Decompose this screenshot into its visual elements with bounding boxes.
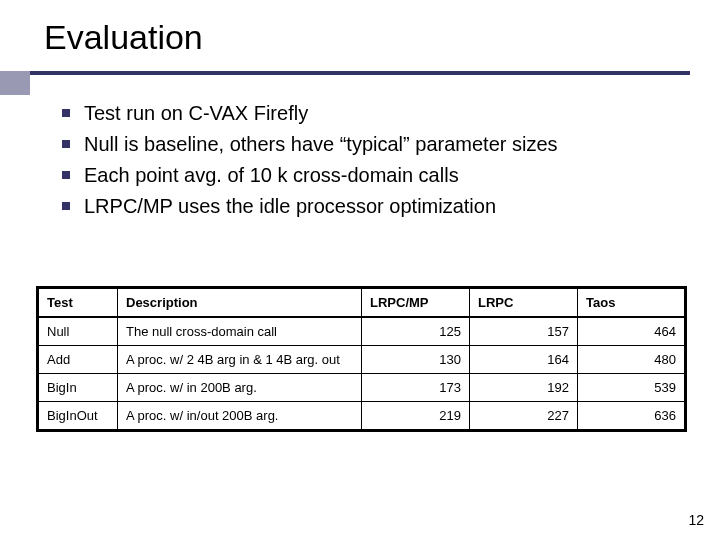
- col-header-test: Test: [38, 288, 118, 318]
- list-item: Null is baseline, others have “typical” …: [62, 131, 682, 158]
- cell-lrpcmp: 130: [362, 346, 470, 374]
- table-row: Add A proc. w/ 2 4B arg in & 1 4B arg. o…: [38, 346, 686, 374]
- bullet-text: Test run on C-VAX Firefly: [84, 100, 308, 127]
- col-header-description: Description: [118, 288, 362, 318]
- col-header-taos: Taos: [578, 288, 686, 318]
- cell-desc: A proc. w/ 2 4B arg in & 1 4B arg. out: [118, 346, 362, 374]
- col-header-lrpc: LRPC: [470, 288, 578, 318]
- bullet-icon: [62, 202, 70, 210]
- cell-taos: 480: [578, 346, 686, 374]
- cell-lrpc: 157: [470, 317, 578, 346]
- cell-lrpcmp: 125: [362, 317, 470, 346]
- bullet-text: LRPC/MP uses the idle processor optimiza…: [84, 193, 496, 220]
- cell-lrpcmp: 219: [362, 402, 470, 431]
- table-header-row: Test Description LRPC/MP LRPC Taos: [38, 288, 686, 318]
- title-rule: [30, 71, 690, 75]
- cell-taos: 539: [578, 374, 686, 402]
- table-row: Null The null cross-domain call 125 157 …: [38, 317, 686, 346]
- bullet-icon: [62, 109, 70, 117]
- cell-lrpc: 164: [470, 346, 578, 374]
- cell-test: BigIn: [38, 374, 118, 402]
- list-item: LRPC/MP uses the idle processor optimiza…: [62, 193, 682, 220]
- list-item: Test run on C-VAX Firefly: [62, 100, 682, 127]
- bullet-icon: [62, 171, 70, 179]
- list-item: Each point avg. of 10 k cross-domain cal…: [62, 162, 682, 189]
- cell-taos: 636: [578, 402, 686, 431]
- cell-lrpc: 192: [470, 374, 578, 402]
- accent-block: [0, 71, 30, 95]
- cell-test: Add: [38, 346, 118, 374]
- cell-test: BigInOut: [38, 402, 118, 431]
- bullet-text: Each point avg. of 10 k cross-domain cal…: [84, 162, 459, 189]
- cell-lrpcmp: 173: [362, 374, 470, 402]
- bullet-text: Null is baseline, others have “typical” …: [84, 131, 558, 158]
- page-number: 12: [688, 512, 704, 528]
- bullet-icon: [62, 140, 70, 148]
- page-title-wrap: Evaluation: [44, 18, 203, 57]
- data-table: Test Description LRPC/MP LRPC Taos Null …: [36, 286, 687, 432]
- table-row: BigInOut A proc. w/ in/out 200B arg. 219…: [38, 402, 686, 431]
- cell-desc: The null cross-domain call: [118, 317, 362, 346]
- bullet-list: Test run on C-VAX Firefly Null is baseli…: [62, 100, 682, 224]
- page-title: Evaluation: [44, 18, 203, 57]
- cell-desc: A proc. w/ in 200B arg.: [118, 374, 362, 402]
- cell-desc: A proc. w/ in/out 200B arg.: [118, 402, 362, 431]
- table-row: BigIn A proc. w/ in 200B arg. 173 192 53…: [38, 374, 686, 402]
- cell-lrpc: 227: [470, 402, 578, 431]
- cell-taos: 464: [578, 317, 686, 346]
- cell-test: Null: [38, 317, 118, 346]
- evaluation-table: Test Description LRPC/MP LRPC Taos Null …: [36, 286, 684, 432]
- col-header-lrpcmp: LRPC/MP: [362, 288, 470, 318]
